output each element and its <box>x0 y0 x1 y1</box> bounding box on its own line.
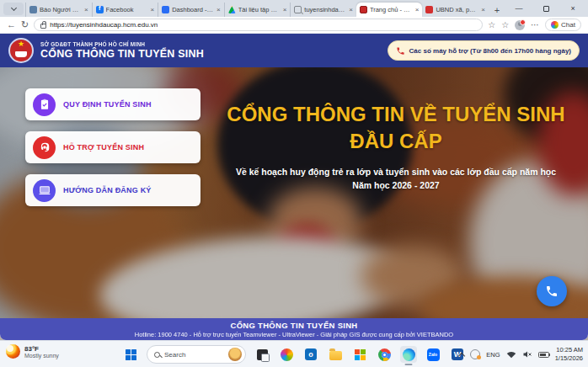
tab-close-icon[interactable]: × <box>283 7 287 13</box>
tab-label: Báo Người Lao Động <box>40 6 82 13</box>
chart-favicon-icon <box>162 6 169 13</box>
tab-close-icon[interactable]: × <box>150 7 154 13</box>
folder-icon <box>329 351 342 360</box>
tab-close-icon[interactable]: × <box>84 7 88 13</box>
volume-muted-icon[interactable] <box>522 350 532 359</box>
minimize-button[interactable]: — <box>505 0 532 17</box>
file-explorer-button[interactable] <box>327 346 344 363</box>
chrome-button[interactable] <box>376 346 393 363</box>
search-placeholder: Search <box>164 351 224 359</box>
reload-icon[interactable]: ↻ <box>21 20 29 29</box>
tab-tuyensinhdaucap-search[interactable]: tuyensinhdaucap - S × <box>290 3 356 17</box>
hero-title-line1: CỔNG THÔNG TIN VỀ TUYỂN SINH <box>212 103 580 127</box>
quick-menu: QUY ĐỊNH TUYỂN SINH HỖ TRỢ TUYỂN SINH HƯ… <box>25 88 200 206</box>
site-title: CỔNG THÔNG TIN TUYỂN SINH <box>40 48 381 60</box>
copilot-button[interactable] <box>278 346 295 363</box>
language-indicator[interactable]: ENG <box>486 351 500 359</box>
system-tray: ENG 10:25 AM 1/15/2026 <box>459 341 583 367</box>
url-text: https://tuyensinhdaucap.hcm.edu.vn <box>50 21 158 29</box>
favorite-star-icon[interactable]: ☆ <box>488 21 495 29</box>
footer-title: CỔNG THÔNG TIN TUYỂN SINH <box>0 321 588 330</box>
tab-strip: Báo Người Lao Động × Facebook × Dashboar… <box>0 0 588 17</box>
tab-search-button[interactable] <box>3 3 24 15</box>
footer-info: Hotline: 1900 4740 - Hỗ trợ trực tuyến T… <box>0 331 588 338</box>
tab-tai-lieu-tap-huan[interactable]: Tài liệu tập huấn rà s × <box>224 3 291 17</box>
tab-ubnd[interactable]: UBND xã, phường, đ × <box>422 3 489 17</box>
chat-button[interactable]: Chat <box>545 19 581 31</box>
tab-close-icon[interactable]: × <box>216 7 221 13</box>
new-tab-button[interactable]: + <box>489 3 505 17</box>
address-bar-actions: ☆ ☆ ⋯ Chat <box>488 19 581 31</box>
tab-label: Trang chủ - Cổng thô <box>370 6 413 13</box>
window-controls: — × <box>505 0 586 17</box>
back-icon[interactable]: ← <box>7 20 16 29</box>
search-highlight-image <box>228 348 242 361</box>
menu-item-label: HỖ TRỢ TUYỂN SINH <box>63 143 144 152</box>
hero-content: QUY ĐỊNH TUYỂN SINH HỖ TRỢ TUYỂN SINH HƯ… <box>0 67 588 318</box>
tab-label: Tài liệu tập huấn rà s <box>238 6 281 13</box>
menu-item-huong-dan[interactable]: HƯỚNG DẪN ĐĂNG KÝ <box>25 174 200 206</box>
site-footer: CỔNG THÔNG TIN TUYỂN SINH Hotline: 1900 … <box>0 318 588 340</box>
tab-close-icon[interactable]: × <box>349 7 353 13</box>
tab-label: UBND xã, phường, đ <box>436 6 478 13</box>
tab-label: tuyensinhdaucap - S <box>304 6 346 13</box>
search-icon <box>154 352 160 358</box>
tab-close-icon[interactable]: × <box>481 7 485 13</box>
windows-taskbar: 83°F Mostly sunny Search o Zalo W <box>0 340 588 367</box>
wifi-icon[interactable] <box>506 350 516 359</box>
menu-item-ho-tro[interactable]: HỖ TRỢ TUYỂN SINH <box>25 131 200 163</box>
hotline-button[interactable]: Các số máy hỗ trợ (Từ 8h00 đến 17h00 hàn… <box>388 40 580 61</box>
drive-favicon-icon <box>228 6 236 13</box>
clock-widget[interactable]: 10:25 AM 1/15/2026 <box>555 346 583 363</box>
site-org-name: SỞ GD&ĐT THÀNH PHỐ HỒ CHÍ MINH <box>40 41 381 47</box>
chevron-down-icon <box>10 5 16 11</box>
favorites-bar-icon[interactable]: ☆ <box>501 21 509 29</box>
hero-subtitle: Về kế hoạch huy động trẻ ra lớp và tuyển… <box>212 165 580 193</box>
chrome-icon <box>378 348 391 361</box>
task-view-button[interactable] <box>254 346 270 363</box>
copilot-icon <box>281 348 293 361</box>
url-field[interactable]: https://tuyensinhdaucap.hcm.edu.vn <box>34 19 483 31</box>
tray-chevron-up-icon[interactable] <box>458 352 465 359</box>
battery-icon[interactable] <box>538 352 549 358</box>
restore-icon <box>543 6 549 12</box>
windows-logo-icon <box>126 349 136 360</box>
task-view-icon <box>257 349 268 360</box>
clipboard-check-icon <box>33 93 56 116</box>
hotline-label: Các số máy hỗ trợ (Từ 8h00 đến 17h00 hàn… <box>409 47 571 55</box>
address-bar: ← ↻ https://tuyensinhdaucap.hcm.edu.vn ☆… <box>0 17 588 34</box>
browser-window: Báo Người Lao Động × Facebook × Dashboar… <box>0 0 588 340</box>
hero-title-block: CỔNG THÔNG TIN VỀ TUYỂN SINH ĐẦU CẤP Về … <box>212 103 580 192</box>
tray-date: 1/15/2026 <box>555 354 583 363</box>
hero-banner: QUY ĐỊNH TUYỂN SINH HỖ TRỢ TUYỂN SINH HƯ… <box>0 67 588 318</box>
star-icon: ★ <box>10 40 32 48</box>
restore-button[interactable] <box>532 0 559 17</box>
search-favicon-icon <box>294 6 302 13</box>
start-button[interactable] <box>122 346 139 363</box>
tray-time: 10:25 AM <box>555 346 583 354</box>
outlook-icon: o <box>305 348 317 360</box>
tuyensinh-favicon-icon <box>360 6 367 13</box>
profile-avatar[interactable] <box>515 20 525 30</box>
menu-item-label: HƯỚNG DẪN ĐĂNG KÝ <box>63 186 152 194</box>
taskbar-search[interactable]: Search <box>147 345 246 364</box>
microsoft-365-button[interactable] <box>351 346 368 363</box>
close-button[interactable]: × <box>559 0 586 17</box>
update-sync-icon[interactable] <box>470 349 480 359</box>
zalo-button[interactable]: Zalo <box>425 346 441 363</box>
phone-icon <box>545 285 559 298</box>
hcm-education-logo: ★ <box>8 38 34 63</box>
tab-trang-chu-active[interactable]: Trang chủ - Cổng thô × <box>356 3 423 17</box>
tab-bao-nguoi-lao-dong[interactable]: Báo Người Lao Động × <box>25 3 92 17</box>
outlook-button[interactable]: o <box>302 346 319 363</box>
tab-close-icon[interactable]: × <box>415 7 420 13</box>
edge-button-active[interactable] <box>400 346 417 363</box>
menu-item-quy-dinh[interactable]: QUY ĐỊNH TUYỂN SINH <box>25 88 200 120</box>
flag-favicon-icon <box>425 6 433 13</box>
phone-icon <box>396 46 405 56</box>
more-menu-icon[interactable]: ⋯ <box>531 20 539 29</box>
tab-facebook[interactable]: Facebook × <box>92 3 158 17</box>
tab-dashboard-ims[interactable]: Dashboard - IMS Bá × <box>158 3 224 17</box>
phone-fab-button[interactable] <box>537 276 567 306</box>
microsoft-logo-icon <box>355 349 366 360</box>
